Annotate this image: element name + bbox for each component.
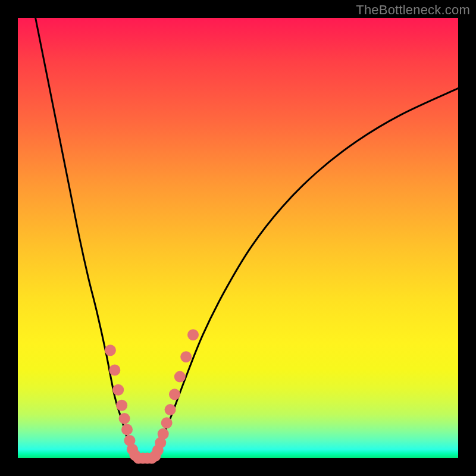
marker-group	[105, 329, 199, 464]
data-marker	[109, 365, 120, 376]
data-marker	[187, 329, 199, 340]
chart-plot-area	[18, 18, 458, 458]
data-marker	[169, 389, 180, 400]
data-marker	[121, 424, 133, 435]
chart-frame: TheBottleneck.com	[0, 0, 476, 476]
bottleneck-curve	[36, 18, 458, 459]
watermark-text: TheBottleneck.com	[356, 2, 470, 18]
data-marker	[158, 428, 169, 440]
data-marker	[119, 413, 130, 424]
curve-series-group	[36, 18, 458, 459]
data-marker	[105, 345, 116, 356]
data-marker	[174, 371, 186, 383]
chart-svg	[18, 18, 458, 458]
data-marker	[165, 404, 176, 415]
data-marker	[161, 417, 173, 428]
data-marker	[112, 384, 124, 396]
data-marker	[116, 400, 127, 411]
data-marker	[180, 351, 192, 362]
